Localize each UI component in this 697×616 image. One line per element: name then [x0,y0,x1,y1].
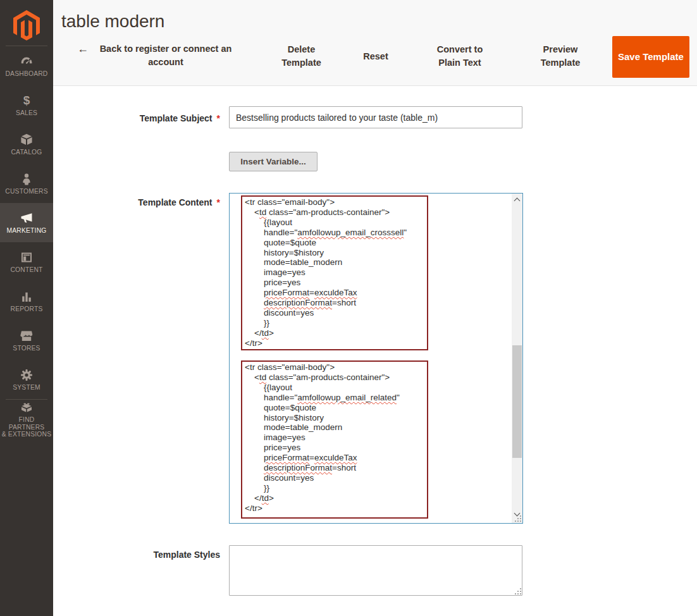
sidebar-item-label: REPORTS [11,305,43,313]
sidebar-item-label: DASHBOARD [5,70,47,78]
template-styles-textarea[interactable] [229,545,522,596]
code-block-crosssell: <tr class="email-body"> <td class="am-pr… [241,195,428,350]
content-icon [20,250,34,264]
system-icon [20,368,34,382]
delete-template-button[interactable]: Delete Template [268,43,335,70]
template-styles-label: Template Styles [83,550,220,560]
magento-logo-icon [13,10,40,40]
dashboard-icon [20,54,34,68]
editor-scrollbar[interactable] [512,194,522,523]
back-button[interactable]: ← Back to register or connect an account [77,42,243,69]
save-template-button[interactable]: Save Template [612,36,689,78]
code-block-related: <tr class="email-body"> <td class="am-pr… [241,360,428,519]
admin-email-template-page: DASHBOARD $ SALES CATALOG CUSTOMERS [0,0,697,616]
catalog-icon [20,133,34,147]
sidebar-item-marketing[interactable]: MARKETING [0,203,53,242]
sidebar-item-label: CUSTOMERS [5,188,47,195]
reports-icon [20,290,34,304]
extensions-icon [20,400,34,414]
sidebar-item-label: FIND PARTNERS & EXTENSIONS [0,416,53,438]
scrollbar-thumb[interactable] [512,345,522,458]
sidebar-item-customers[interactable]: CUSTOMERS [0,164,53,203]
customers-icon [20,172,34,186]
template-subject-input[interactable] [229,106,522,128]
back-button-label: Back to register or connect an account [93,42,238,69]
sidebar-item-dashboard[interactable]: DASHBOARD [0,46,53,85]
sidebar-item-label: CONTENT [10,266,42,274]
sidebar-item-sales[interactable]: $ SALES [0,85,53,125]
insert-variable-button[interactable]: Insert Variable... [229,152,318,171]
sidebar-item-label: SYSTEM [13,384,40,391]
sidebar-item-label: SALES [16,109,37,117]
scroll-up-arrow-icon[interactable] [512,195,522,205]
sidebar-item-system[interactable]: SYSTEM [0,360,53,399]
template-subject-label: Template Subject * [83,113,220,123]
convert-to-plain-text-button[interactable]: Convert to Plain Text [425,43,495,70]
template-content-editor[interactable]: <tr class="email-body"> <td class="am-pr… [229,193,523,524]
page-title: table modern [61,11,164,32]
stores-icon [20,329,34,343]
sidebar-item-label: STORES [13,345,40,352]
sidebar-item-content[interactable]: CONTENT [0,242,53,281]
page-header: table modern ← Back to register or conne… [53,0,697,86]
sidebar-item-stores[interactable]: STORES [0,321,53,360]
back-arrow-icon: ← [77,42,89,56]
sidebar-item-label: CATALOG [11,149,42,156]
required-asterisk: * [217,197,220,207]
sidebar-item-find-partners-extensions[interactable]: FIND PARTNERS & EXTENSIONS [0,400,53,439]
sidebar-item-label: MARKETING [6,227,46,235]
template-styles-field [229,545,522,596]
template-content-label: Template Content * [83,197,220,207]
admin-sidebar: DASHBOARD $ SALES CATALOG CUSTOMERS [0,0,53,616]
scroll-down-arrow-icon[interactable] [512,509,522,519]
sidebar-menu: DASHBOARD $ SALES CATALOG CUSTOMERS [0,46,53,439]
marketing-icon [20,211,34,225]
sidebar-item-catalog[interactable]: CATALOG [0,125,53,164]
required-asterisk: * [217,113,220,123]
sales-icon: $ [23,94,30,108]
preview-template-button[interactable]: Preview Template [529,43,592,70]
sidebar-item-reports[interactable]: REPORTS [0,281,53,321]
magento-logo[interactable] [0,0,53,46]
reset-button[interactable]: Reset [350,50,401,63]
